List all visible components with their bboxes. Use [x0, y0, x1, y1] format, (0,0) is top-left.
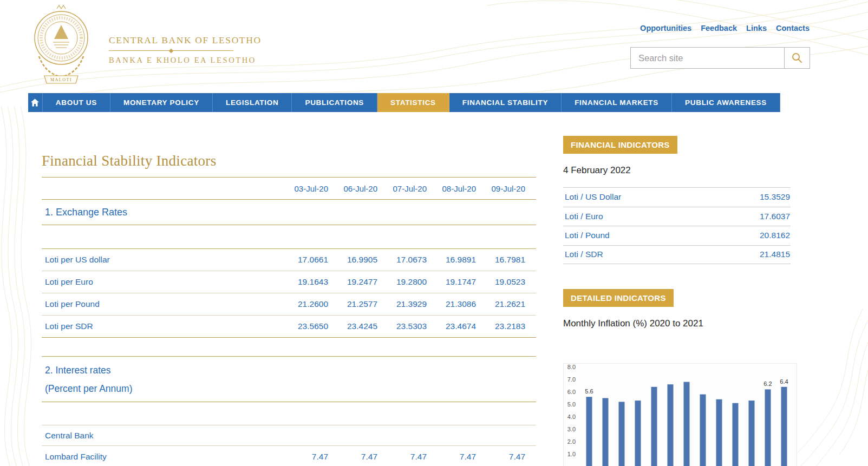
section-exchange-rates: 1. Exchange Rates	[42, 200, 536, 225]
links-link[interactable]: Links	[746, 24, 767, 32]
feedback-link[interactable]: Feedback	[701, 24, 737, 32]
cell-value: 23.4245	[328, 316, 377, 338]
main-content: Financial Stability Indicators 03-Jul-20…	[42, 130, 536, 466]
section-heading: 2. Interest rates	[45, 361, 525, 379]
row-label-loti-per-euro[interactable]: Loti per Euro	[45, 277, 93, 286]
table-date-header-row: 03-Jul-20 06-Jul-20 07-Jul-20 08-Jul-20 …	[42, 178, 536, 200]
cell-value: 16.9891	[427, 249, 476, 271]
chart-title: Monthly Inflation (%) 2020 to 2021	[563, 318, 797, 329]
left-waves-decoration	[0, 106, 42, 466]
cell-value: 21.2621	[476, 293, 536, 316]
cell-value: 19.0523	[476, 271, 536, 293]
nav-item-financial-markets[interactable]: FINANCIAL MARKETS	[562, 93, 672, 112]
page-title: Financial Stability Indicators	[42, 153, 536, 169]
cell-value: 21.2577	[328, 293, 377, 316]
cell-value: 7.47	[427, 446, 476, 466]
cell-value: 19.2800	[377, 271, 427, 293]
cell-value: 23.2183	[476, 316, 536, 338]
cell-value: 23.4674	[427, 316, 476, 338]
opportunities-link[interactable]: Opportunities	[640, 24, 691, 32]
svg-text:3.0: 3.0	[567, 426, 576, 432]
corner-waves-decoration	[796, 309, 868, 466]
date-column: 09-Jul-20	[476, 178, 536, 200]
cell-value: 23.5650	[279, 316, 328, 338]
central-bank-seal-logo: MALOTI	[32, 4, 90, 91]
nav-item-statistics[interactable]: STATISTICS	[377, 93, 449, 112]
cell-value: 17.0673	[377, 249, 427, 271]
svg-text:6.4: 6.4	[780, 378, 788, 385]
row-label-loti-per-us-dollar[interactable]: Loti per US dollar	[45, 255, 110, 264]
table-row: Loti per Euro 19.1643 19.2477 19.2800 19…	[42, 271, 536, 293]
brand-name-sesotho: BANKA E KHOLO EA LESOTHO	[109, 56, 233, 65]
cell-value: 21.2600	[279, 293, 328, 316]
date-column: 07-Jul-20	[377, 178, 427, 200]
cell-value: 16.7981	[476, 249, 536, 271]
svg-text:4.0: 4.0	[567, 414, 576, 420]
svg-text:5.0: 5.0	[567, 401, 576, 408]
svg-text:1.0: 1.0	[567, 451, 576, 457]
date-column: 03-Jul-20	[279, 178, 328, 200]
cell-value: 21.3929	[377, 293, 427, 316]
inflation-bar-chart: 8.07.06.05.04.03.02.01.05.66.26.4	[563, 363, 797, 466]
svg-text:6.2: 6.2	[763, 380, 772, 387]
indicators-date: 4 February 2022	[563, 165, 797, 176]
nav-item-about-us[interactable]: ABOUT US	[43, 93, 110, 112]
section-interest-rates: 2. Interest rates (Percent per Annum)	[42, 357, 536, 402]
nav-item-public-awareness[interactable]: PUBLIC AWARENESS	[672, 93, 780, 112]
nav-item-monetary-policy[interactable]: MONETARY POLICY	[110, 93, 213, 112]
indicator-loti-us-dollar[interactable]: Loti / US Dollar	[565, 192, 621, 202]
indicator-loti-euro[interactable]: Loti / Euro	[565, 212, 603, 221]
indicator-loti-pound[interactable]: Loti / Pound	[565, 231, 610, 240]
site-search	[630, 47, 810, 69]
brand-wordmark: CENTRAL BANK OF LESOTHO BANKA E KHOLO EA…	[109, 35, 233, 65]
financial-indicators-heading: FINANCIAL INDICATORS	[563, 136, 677, 154]
list-item: Loti / SDR 21.4815	[563, 245, 791, 265]
list-item: Loti / US Dollar 15.3529	[563, 187, 791, 207]
section-heading: 1. Exchange Rates	[42, 200, 536, 225]
svg-text:8.0: 8.0	[567, 364, 576, 370]
row-label-loti-per-sdr[interactable]: Loti per SDR	[45, 321, 93, 331]
section-subheading: (Percent per Annum)	[45, 379, 525, 398]
cell-value: 17.0661	[279, 249, 328, 271]
table-row: Lombard Facility 7.47 7.47 7.47 7.47 7.4…	[42, 446, 536, 466]
svg-text:5.6: 5.6	[585, 388, 593, 395]
site-header: MALOTI CENTRAL BANK OF LESOTHO BANKA E K…	[0, 0, 868, 93]
financial-stability-table: 03-Jul-20 06-Jul-20 07-Jul-20 08-Jul-20 …	[42, 177, 536, 466]
utility-links: Opportunities Feedback Links Contacts	[640, 24, 810, 32]
cell-value: 7.47	[377, 446, 427, 466]
cell-value: 16.9905	[328, 249, 377, 271]
svg-text:2.0: 2.0	[567, 438, 576, 445]
date-column: 08-Jul-20	[427, 178, 476, 200]
indicator-value: 21.4815	[760, 250, 790, 259]
cell-value: 19.1747	[427, 271, 476, 293]
brand-name-english: CENTRAL BANK OF LESOTHO	[109, 35, 233, 46]
nav-item-financial-stability[interactable]: FINANCIAL STABILITY	[449, 93, 562, 112]
table-row: Central Bank	[42, 425, 536, 446]
nav-item-publications[interactable]: PUBLICATIONS	[292, 93, 377, 112]
row-label-central-bank[interactable]: Central Bank	[45, 431, 94, 440]
financial-indicators-list: Loti / US Dollar 15.3529 Loti / Euro 17.…	[563, 187, 791, 264]
seal-banner-text: MALOTI	[50, 77, 72, 82]
indicator-loti-sdr[interactable]: Loti / SDR	[565, 250, 603, 259]
indicator-value: 15.3529	[760, 192, 790, 202]
indicator-value: 17.6037	[760, 212, 790, 221]
indicator-value: 20.8162	[760, 231, 790, 240]
list-item: Loti / Pound 20.8162	[563, 226, 791, 245]
table-row: Loti per US dollar 17.0661 16.9905 17.06…	[42, 249, 536, 271]
nav-home-link[interactable]	[28, 93, 43, 112]
row-label-lombard-facility[interactable]: Lombard Facility	[45, 452, 107, 461]
table-row: Loti per SDR 23.5650 23.4245 23.5303 23.…	[42, 316, 536, 338]
search-button[interactable]	[784, 48, 810, 68]
brand-divider	[109, 50, 233, 51]
svg-text:7.0: 7.0	[567, 376, 576, 383]
search-input[interactable]	[631, 48, 784, 68]
main-nav: ABOUT US MONETARY POLICY LEGISLATION PUB…	[28, 93, 780, 112]
cell-value: 21.3086	[427, 293, 476, 316]
cell-value: 19.2477	[328, 271, 377, 293]
nav-item-legislation[interactable]: LEGISLATION	[213, 93, 292, 112]
cell-value: 7.47	[328, 446, 377, 466]
cell-value: 7.47	[476, 446, 536, 466]
list-item: Loti / Euro 17.6037	[563, 207, 791, 226]
row-label-loti-per-pound[interactable]: Loti per Pound	[45, 299, 100, 309]
contacts-link[interactable]: Contacts	[776, 24, 810, 32]
